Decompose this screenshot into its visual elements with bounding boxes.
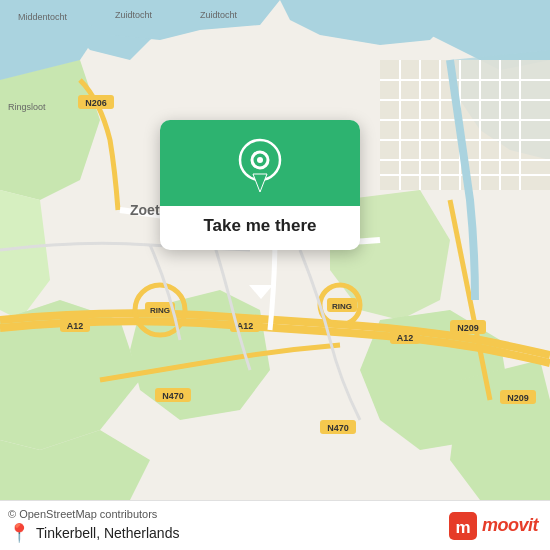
svg-rect-3	[0, 0, 50, 50]
svg-marker-15	[450, 360, 550, 500]
svg-text:RING: RING	[332, 302, 352, 311]
moovit-logo: m moovit	[449, 512, 538, 540]
svg-text:Zuidtocht: Zuidtocht	[200, 10, 238, 20]
svg-text:m: m	[455, 518, 470, 537]
take-me-there-button[interactable]: Take me there	[187, 206, 332, 250]
svg-text:N206: N206	[85, 98, 107, 108]
svg-marker-60	[253, 174, 267, 192]
location-row: 📍 Tinkerbell, Netherlands	[8, 522, 179, 544]
svg-text:N209: N209	[507, 393, 529, 403]
moovit-brand-text: moovit	[482, 515, 538, 536]
bottom-bar: © OpenStreetMap contributors 📍 Tinkerbel…	[0, 500, 550, 550]
map-attribution: © OpenStreetMap contributors	[8, 508, 179, 520]
svg-text:Zoet: Zoet	[130, 202, 160, 218]
svg-text:Zuidtocht: Zuidtocht	[115, 10, 153, 20]
location-pin-small-icon: 📍	[8, 522, 30, 544]
svg-text:A12: A12	[397, 333, 414, 343]
svg-text:N470: N470	[327, 423, 349, 433]
map-container: A12 A12 A12 N470 N470 N206 N209 N209 RIN…	[0, 0, 550, 500]
moovit-m-icon: m	[449, 512, 477, 540]
svg-text:N470: N470	[162, 391, 184, 401]
popup-card[interactable]: Take me there	[160, 120, 360, 250]
svg-point-59	[257, 157, 263, 163]
svg-text:N209: N209	[457, 323, 479, 333]
svg-text:RING: RING	[150, 306, 170, 315]
location-name: Tinkerbell, Netherlands	[36, 525, 179, 541]
svg-text:Middentocht: Middentocht	[18, 12, 68, 22]
popup-green-area	[160, 120, 360, 206]
svg-text:A12: A12	[67, 321, 84, 331]
map-background: A12 A12 A12 N470 N470 N206 N209 N209 RIN…	[0, 0, 550, 500]
popup-tail	[249, 285, 273, 299]
location-pin-icon	[238, 138, 282, 192]
svg-text:Ringsloot: Ringsloot	[8, 102, 46, 112]
